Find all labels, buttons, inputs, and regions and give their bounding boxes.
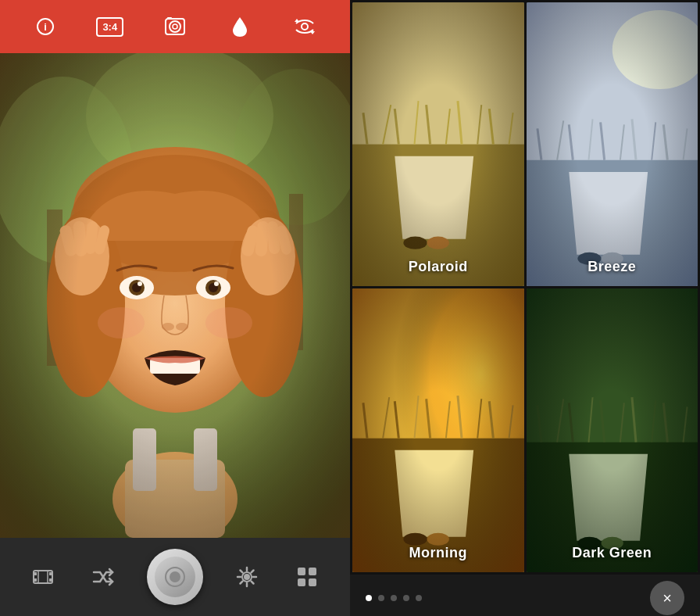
drop-icon[interactable]: [223, 9, 257, 44]
right-panel: Polaroid: [350, 0, 700, 616]
dot-1[interactable]: [366, 595, 372, 601]
bottom-nav: ×: [350, 575, 700, 616]
svg-rect-62: [298, 578, 305, 586]
lens-icon[interactable]: [158, 9, 192, 44]
filter-polaroid-label: Polaroid: [352, 259, 524, 275]
settings-icon[interactable]: [230, 560, 264, 594]
svg-rect-3: [167, 17, 172, 20]
filter-polaroid[interactable]: Polaroid: [352, 2, 524, 286]
svg-rect-60: [298, 568, 305, 575]
filter-morning-label: Morning: [352, 545, 524, 561]
svg-rect-52: [49, 572, 52, 575]
dot-5[interactable]: [416, 595, 422, 601]
filter-breeze[interactable]: Breeze: [527, 2, 698, 286]
svg-point-4: [170, 21, 180, 32]
pagination-dots: [366, 595, 422, 601]
grid-icon[interactable]: [290, 560, 324, 594]
filter-darkgreen[interactable]: Dark Green: [527, 288, 698, 572]
filter-breeze-label: Breeze: [527, 259, 698, 275]
svg-point-57: [170, 571, 180, 582]
dot-4[interactable]: [403, 595, 409, 601]
film-icon[interactable]: [26, 560, 60, 594]
svg-rect-63: [309, 578, 316, 586]
info-icon[interactable]: i: [28, 9, 62, 44]
svg-rect-51: [34, 578, 37, 582]
svg-point-8: [302, 23, 308, 30]
svg-rect-137: [527, 288, 698, 572]
svg-rect-61: [309, 568, 316, 575]
close-icon: ×: [662, 589, 672, 607]
svg-rect-50: [34, 572, 37, 575]
svg-point-5: [173, 24, 177, 29]
svg-rect-119: [352, 288, 524, 572]
filter-darkgreen-label: Dark Green: [527, 545, 698, 561]
top-toolbar: i 3:4: [0, 0, 350, 53]
shutter-button[interactable]: [147, 549, 203, 605]
svg-rect-48: [0, 53, 350, 538]
svg-rect-53: [49, 578, 52, 582]
svg-point-58: [244, 574, 250, 580]
left-panel: i 3:4: [0, 0, 350, 616]
svg-marker-7: [310, 31, 315, 34]
ratio-label: 3:4: [96, 17, 123, 37]
shutter-inner: [155, 557, 195, 597]
svg-marker-6: [295, 19, 299, 22]
dot-2[interactable]: [378, 595, 384, 601]
dot-3[interactable]: [391, 595, 397, 601]
svg-rect-81: [352, 2, 524, 286]
bottom-toolbar: [0, 538, 350, 616]
svg-text:i: i: [44, 21, 47, 33]
filters-grid: Polaroid: [350, 0, 700, 575]
svg-rect-100: [527, 2, 698, 286]
flip-camera-icon[interactable]: [288, 9, 322, 44]
camera-viewfinder: [0, 53, 350, 538]
close-button[interactable]: ×: [650, 581, 684, 615]
ratio-button[interactable]: 3:4: [93, 9, 127, 44]
shuffle-icon[interactable]: [86, 560, 120, 594]
filter-morning[interactable]: Morning: [352, 288, 524, 572]
